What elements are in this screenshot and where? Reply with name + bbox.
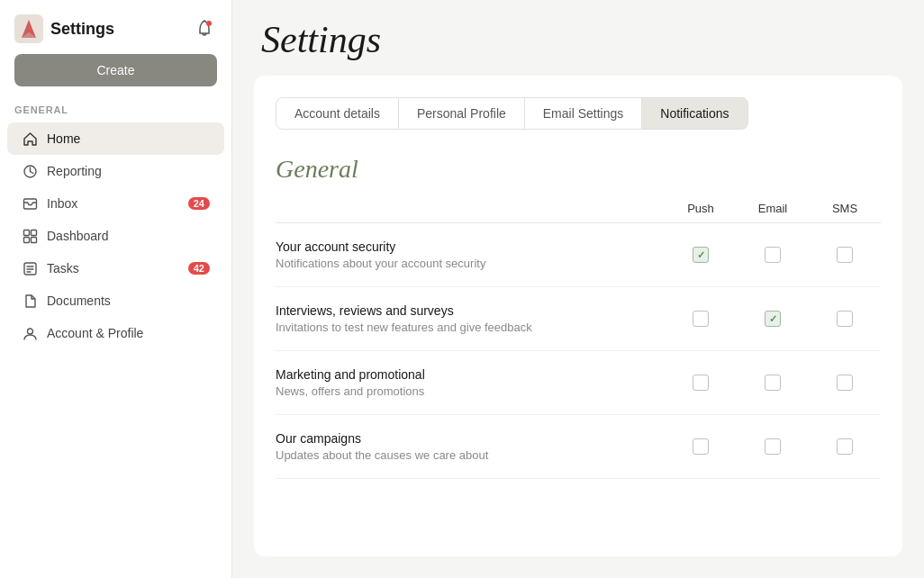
account-icon <box>22 325 38 341</box>
sidebar-item-reporting-label: Reporting <box>47 164 102 178</box>
svg-rect-10 <box>23 237 29 242</box>
svg-rect-9 <box>31 230 36 235</box>
tab-email-settings[interactable]: Email Settings <box>525 97 642 130</box>
notif-desc-campaigns: Updates about the causes we care about <box>276 448 665 462</box>
sidebar-item-dashboard-label: Dashboard <box>47 229 109 243</box>
checkbox-account-security-sms[interactable] <box>837 247 853 263</box>
table-row: Interviews, reviews and surveys Invitati… <box>276 287 881 351</box>
sidebar-item-home-label: Home <box>47 131 80 146</box>
svg-rect-8 <box>23 230 29 235</box>
table-row: Our campaigns Updates about the causes w… <box>276 415 881 479</box>
checkbox-marketing-email[interactable] <box>765 375 781 391</box>
notifications-table: General Push Email SMS Your account secu… <box>276 155 881 479</box>
sidebar-item-inbox[interactable]: Inbox 24 <box>7 187 224 220</box>
tabs-container: Account details Personal Profile Email S… <box>276 97 881 130</box>
checkbox-campaigns-sms[interactable] <box>837 438 853 455</box>
app-name: Settings <box>50 20 114 39</box>
tab-notifications[interactable]: Notifications <box>642 97 747 130</box>
main-content: Settings Account details Personal Profil… <box>232 0 924 578</box>
app-logo: Settings <box>14 14 114 43</box>
notif-desc-account-security: Notifications about your account securit… <box>276 257 665 270</box>
checkbox-interviews-sms[interactable] <box>837 311 853 327</box>
col-header-push: Push <box>665 202 737 215</box>
table-row: Your account security Notifications abou… <box>276 223 881 287</box>
tasks-badge: 42 <box>188 262 210 275</box>
inbox-badge: 24 <box>188 197 210 210</box>
checkbox-interviews-email[interactable] <box>765 311 781 327</box>
svg-rect-11 <box>31 237 36 242</box>
sidebar-item-documents-label: Documents <box>47 294 111 308</box>
sidebar-section-label: GENERAL <box>0 101 231 122</box>
reporting-icon <box>22 163 38 179</box>
notif-title-account-security: Your account security <box>276 239 665 254</box>
col-header-email: Email <box>737 202 809 215</box>
checkbox-account-security-email[interactable] <box>765 247 781 263</box>
notif-desc-marketing: News, offers and promotions <box>276 384 665 398</box>
sidebar-item-account-profile-label: Account & Profile <box>47 326 143 340</box>
logo-icon <box>14 14 43 43</box>
sidebar-item-tasks-label: Tasks <box>47 261 79 275</box>
sidebar-item-tasks[interactable]: Tasks 42 <box>7 252 224 284</box>
notif-title-interviews: Interviews, reviews and surveys <box>276 303 665 318</box>
checkbox-marketing-sms[interactable] <box>837 375 853 391</box>
svg-line-6 <box>30 171 33 173</box>
sidebar-item-inbox-label: Inbox <box>47 196 77 211</box>
notif-title-marketing: Marketing and promotional <box>276 367 665 382</box>
sidebar-item-account-profile[interactable]: Account & Profile <box>7 317 224 349</box>
tasks-icon <box>22 260 38 276</box>
sidebar: Settings Create GENERAL Home <box>0 0 232 578</box>
checkbox-campaigns-email[interactable] <box>765 438 781 455</box>
home-icon <box>22 131 38 147</box>
svg-point-16 <box>27 329 32 334</box>
general-section-title: General <box>276 155 881 184</box>
sidebar-header: Settings <box>0 0 231 54</box>
tab-personal-profile[interactable]: Personal Profile <box>399 97 525 130</box>
create-button[interactable]: Create <box>14 54 217 86</box>
checkbox-interviews-push[interactable] <box>693 311 709 327</box>
sidebar-item-reporting[interactable]: Reporting <box>7 155 224 187</box>
inbox-icon <box>22 195 38 212</box>
content-card: Account details Personal Profile Email S… <box>254 76 902 556</box>
page-title: Settings <box>232 0 924 76</box>
notif-desc-interviews: Invitations to test new features and giv… <box>276 321 665 334</box>
tab-account-details[interactable]: Account details <box>276 97 399 130</box>
sidebar-item-documents[interactable]: Documents <box>7 284 224 317</box>
notif-title-campaigns: Our campaigns <box>276 431 665 446</box>
notification-bell-icon[interactable] <box>192 16 217 41</box>
dashboard-icon <box>22 228 38 244</box>
checkbox-account-security-push[interactable] <box>693 247 709 263</box>
col-header-sms: SMS <box>809 202 881 215</box>
sidebar-item-home[interactable]: Home <box>7 122 224 155</box>
svg-point-3 <box>206 21 212 26</box>
checkbox-campaigns-push[interactable] <box>693 438 709 455</box>
documents-icon <box>22 293 38 309</box>
table-header-row: Push Email SMS <box>276 202 881 223</box>
table-row: Marketing and promotional News, offers a… <box>276 351 881 415</box>
sidebar-item-dashboard[interactable]: Dashboard <box>7 220 224 252</box>
checkbox-marketing-push[interactable] <box>693 375 709 391</box>
svg-rect-7 <box>23 199 36 209</box>
